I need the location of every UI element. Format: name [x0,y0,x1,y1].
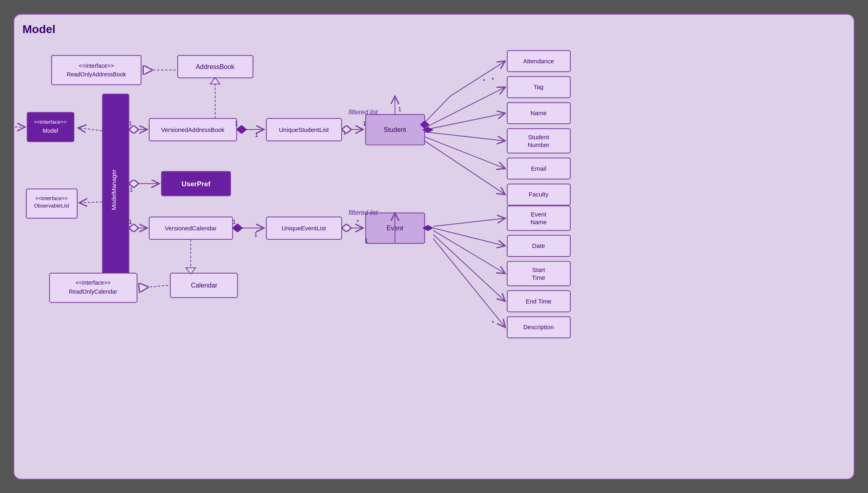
svg-text:1: 1 [233,219,236,225]
svg-text:1: 1 [130,186,133,193]
svg-marker-98 [186,268,196,274]
svg-text:1: 1 [365,237,368,244]
svg-text:Event: Event [387,225,403,232]
svg-marker-100 [423,225,433,231]
svg-rect-39 [507,76,570,98]
svg-text:ObservableList: ObservableList [34,203,69,209]
svg-text:AddressBook: AddressBook [196,63,234,70]
svg-rect-55 [507,261,570,286]
svg-line-82 [78,128,102,131]
svg-text:ReadOnlyAddressBook: ReadOnlyAddressBook [67,71,126,78]
svg-marker-64 [210,78,220,84]
svg-text:Student: Student [384,126,407,133]
svg-text:Tag: Tag [534,83,543,90]
svg-rect-32 [170,273,237,297]
diagram-container: Model [13,14,855,480]
svg-text:filtered list: filtered list [349,209,378,216]
svg-line-77 [425,132,505,141]
svg-rect-17 [266,118,341,141]
svg-line-76 [425,113,505,130]
svg-text:Time: Time [532,274,545,281]
svg-text:Email: Email [531,165,546,172]
svg-line-104 [433,234,505,301]
svg-rect-27 [366,213,425,243]
svg-line-78 [425,136,505,168]
svg-line-99 [139,285,169,288]
svg-rect-48 [507,184,570,205]
svg-marker-80 [423,127,433,133]
svg-text:Name: Name [530,219,547,225]
svg-rect-23 [149,217,232,239]
svg-text:VersionedCalendar: VersionedCalendar [165,225,217,232]
svg-text:<<interface>>: <<interface>> [79,62,114,69]
svg-rect-21 [161,171,230,196]
svg-rect-58 [507,290,570,312]
svg-rect-43 [507,129,570,153]
svg-rect-29 [49,273,137,302]
svg-rect-8 [178,55,253,78]
svg-line-103 [433,230,505,274]
svg-text:1: 1 [363,120,366,127]
svg-rect-25 [266,217,341,239]
svg-text:Description: Description [523,323,554,330]
svg-text:Event: Event [531,211,547,218]
svg-rect-5 [51,55,141,85]
svg-text:UserPref: UserPref [182,180,211,187]
svg-text:*: * [357,219,359,225]
svg-line-71 [425,96,450,123]
svg-text:*: * [483,78,485,84]
svg-line-74 [425,87,505,128]
svg-text:Name: Name [530,109,547,116]
svg-text:1: 1 [129,120,132,127]
svg-text:*: * [492,319,494,326]
svg-text:Number: Number [528,141,550,148]
svg-text:ReadOnlyCalendar: ReadOnlyCalendar [69,288,118,294]
svg-rect-50 [507,206,570,230]
svg-text:UniqueEventList: UniqueEventList [282,225,327,232]
svg-text:Date: Date [532,242,545,249]
svg-rect-53 [507,235,570,257]
svg-rect-13 [102,94,129,281]
svg-text:ModelManager: ModelManager [110,169,117,210]
svg-text:*: * [492,76,494,83]
svg-text:filtered list: filtered list [349,109,378,116]
svg-rect-15 [149,118,236,141]
svg-rect-60 [507,317,570,338]
svg-marker-73 [420,120,429,129]
svg-text:Model: Model [42,127,58,134]
svg-text:VersionedAddressBook: VersionedAddressBook [161,126,225,133]
svg-rect-37 [507,50,570,71]
svg-rect-10 [27,112,74,142]
svg-text:1: 1 [255,131,258,138]
svg-text:1: 1 [235,120,238,127]
svg-text:Start: Start [532,266,545,273]
svg-overlay: <<interface>> ReadOnlyAddressBook Addres… [14,15,854,479]
svg-text:1: 1 [129,219,132,225]
svg-text:<<interface>>: <<interface>> [76,279,111,286]
svg-text:Calendar: Calendar [191,281,218,288]
svg-line-105 [433,239,505,327]
svg-text:Attendance: Attendance [523,57,554,64]
svg-rect-34 [27,189,78,218]
svg-text:<<interface>>: <<interface>> [35,195,68,201]
svg-text:Faculty: Faculty [529,191,549,198]
diagram-title: Model [22,23,846,36]
svg-text:Student: Student [528,133,549,140]
svg-rect-41 [507,103,570,124]
svg-text:UniqueStudentList: UniqueStudentList [279,126,329,133]
svg-line-79 [425,141,505,194]
svg-text:1: 1 [254,231,258,238]
svg-line-72 [450,61,505,96]
svg-rect-46 [507,158,570,179]
svg-text:1: 1 [398,106,401,112]
svg-text:<<interface>>: <<interface>> [34,119,67,125]
svg-line-101 [433,218,505,226]
svg-text:End Time: End Time [526,297,552,304]
svg-text:*: * [344,131,346,138]
svg-line-102 [433,228,505,246]
svg-line-83 [79,202,102,203]
svg-rect-19 [366,114,425,145]
